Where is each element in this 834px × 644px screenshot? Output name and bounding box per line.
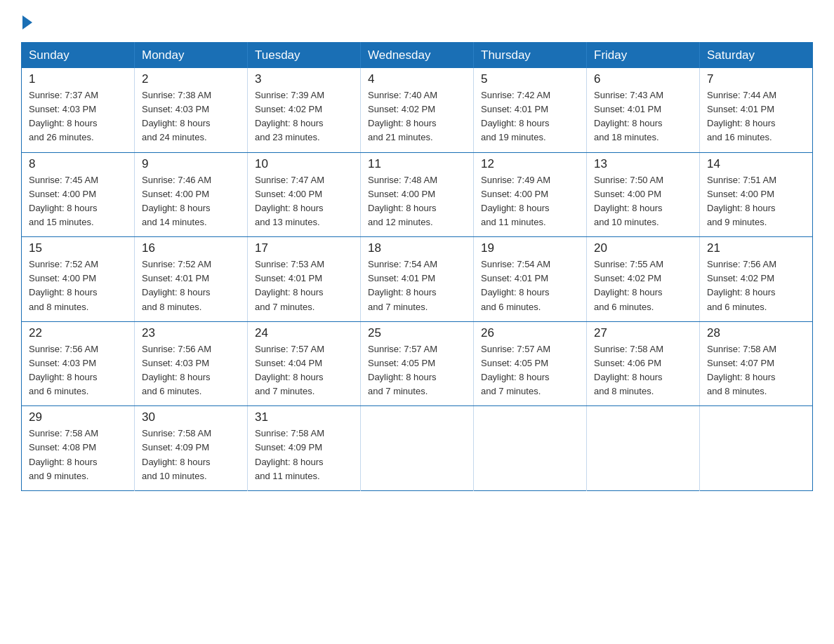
calendar-cell: 18 Sunrise: 7:54 AMSunset: 4:01 PMDaylig… bbox=[361, 237, 474, 322]
calendar-cell: 30 Sunrise: 7:58 AMSunset: 4:09 PMDaylig… bbox=[135, 406, 248, 491]
day-number: 31 bbox=[255, 410, 353, 424]
calendar-cell: 21 Sunrise: 7:56 AMSunset: 4:02 PMDaylig… bbox=[700, 237, 813, 322]
day-number: 11 bbox=[368, 157, 466, 171]
calendar-cell: 2 Sunrise: 7:38 AMSunset: 4:03 PMDayligh… bbox=[135, 68, 248, 152]
calendar-cell: 25 Sunrise: 7:57 AMSunset: 4:05 PMDaylig… bbox=[361, 321, 474, 406]
day-number: 15 bbox=[29, 241, 127, 255]
day-info: Sunrise: 7:58 AMSunset: 4:07 PMDaylight:… bbox=[707, 344, 776, 396]
calendar-cell: 23 Sunrise: 7:56 AMSunset: 4:03 PMDaylig… bbox=[135, 321, 248, 406]
calendar-cell: 9 Sunrise: 7:46 AMSunset: 4:00 PMDayligh… bbox=[135, 152, 248, 237]
calendar-cell: 24 Sunrise: 7:57 AMSunset: 4:04 PMDaylig… bbox=[248, 321, 361, 406]
weekday-header-thursday: Thursday bbox=[474, 43, 587, 69]
day-info: Sunrise: 7:43 AMSunset: 4:01 PMDaylight:… bbox=[594, 90, 663, 142]
day-info: Sunrise: 7:55 AMSunset: 4:02 PMDaylight:… bbox=[594, 259, 663, 311]
calendar-cell: 31 Sunrise: 7:58 AMSunset: 4:09 PMDaylig… bbox=[248, 406, 361, 491]
logo-arrow-icon bbox=[22, 15, 32, 29]
calendar-week-row: 8 Sunrise: 7:45 AMSunset: 4:00 PMDayligh… bbox=[22, 152, 813, 237]
day-number: 24 bbox=[255, 326, 353, 340]
day-number: 4 bbox=[368, 72, 466, 86]
calendar-cell: 28 Sunrise: 7:58 AMSunset: 4:07 PMDaylig… bbox=[700, 321, 813, 406]
calendar-cell: 19 Sunrise: 7:54 AMSunset: 4:01 PMDaylig… bbox=[474, 237, 587, 322]
day-info: Sunrise: 7:57 AMSunset: 4:04 PMDaylight:… bbox=[255, 344, 324, 396]
day-info: Sunrise: 7:52 AMSunset: 4:01 PMDaylight:… bbox=[142, 259, 211, 311]
day-number: 9 bbox=[142, 157, 240, 171]
day-number: 5 bbox=[481, 72, 579, 86]
calendar-cell: 20 Sunrise: 7:55 AMSunset: 4:02 PMDaylig… bbox=[587, 237, 700, 322]
calendar-cell: 14 Sunrise: 7:51 AMSunset: 4:00 PMDaylig… bbox=[700, 152, 813, 237]
weekday-header-row: SundayMondayTuesdayWednesdayThursdayFrid… bbox=[22, 43, 813, 69]
calendar-cell: 4 Sunrise: 7:40 AMSunset: 4:02 PMDayligh… bbox=[361, 68, 474, 152]
day-number: 16 bbox=[142, 241, 240, 255]
day-number: 18 bbox=[368, 241, 466, 255]
weekday-header-monday: Monday bbox=[135, 43, 248, 69]
day-info: Sunrise: 7:58 AMSunset: 4:09 PMDaylight:… bbox=[142, 428, 211, 481]
weekday-header-wednesday: Wednesday bbox=[361, 43, 474, 69]
calendar-cell: 11 Sunrise: 7:48 AMSunset: 4:00 PMDaylig… bbox=[361, 152, 474, 237]
day-number: 26 bbox=[481, 326, 579, 340]
calendar-cell: 15 Sunrise: 7:52 AMSunset: 4:00 PMDaylig… bbox=[22, 237, 135, 322]
day-info: Sunrise: 7:58 AMSunset: 4:08 PMDaylight:… bbox=[29, 428, 98, 481]
day-number: 28 bbox=[707, 326, 805, 340]
day-info: Sunrise: 7:56 AMSunset: 4:03 PMDaylight:… bbox=[29, 344, 98, 396]
day-info: Sunrise: 7:57 AMSunset: 4:05 PMDaylight:… bbox=[368, 344, 437, 396]
calendar-cell: 6 Sunrise: 7:43 AMSunset: 4:01 PMDayligh… bbox=[587, 68, 700, 152]
day-number: 22 bbox=[29, 326, 127, 340]
day-number: 3 bbox=[255, 72, 353, 86]
calendar-cell: 29 Sunrise: 7:58 AMSunset: 4:08 PMDaylig… bbox=[22, 406, 135, 491]
calendar-cell: 13 Sunrise: 7:50 AMSunset: 4:00 PMDaylig… bbox=[587, 152, 700, 237]
page-header bbox=[21, 14, 813, 29]
calendar-body: 1 Sunrise: 7:37 AMSunset: 4:03 PMDayligh… bbox=[22, 68, 813, 490]
calendar-cell: 17 Sunrise: 7:53 AMSunset: 4:01 PMDaylig… bbox=[248, 237, 361, 322]
calendar-cell: 27 Sunrise: 7:58 AMSunset: 4:06 PMDaylig… bbox=[587, 321, 700, 406]
day-info: Sunrise: 7:45 AMSunset: 4:00 PMDaylight:… bbox=[29, 175, 98, 227]
day-number: 13 bbox=[594, 157, 692, 171]
day-number: 23 bbox=[142, 326, 240, 340]
day-info: Sunrise: 7:56 AMSunset: 4:02 PMDaylight:… bbox=[707, 259, 776, 311]
calendar-cell bbox=[361, 406, 474, 491]
calendar-cell: 7 Sunrise: 7:44 AMSunset: 4:01 PMDayligh… bbox=[700, 68, 813, 152]
day-info: Sunrise: 7:49 AMSunset: 4:00 PMDaylight:… bbox=[481, 175, 550, 227]
day-number: 2 bbox=[142, 72, 240, 86]
day-info: Sunrise: 7:44 AMSunset: 4:01 PMDaylight:… bbox=[707, 90, 776, 142]
day-number: 14 bbox=[707, 157, 805, 171]
weekday-header-tuesday: Tuesday bbox=[248, 43, 361, 69]
day-info: Sunrise: 7:54 AMSunset: 4:01 PMDaylight:… bbox=[368, 259, 437, 311]
calendar-cell bbox=[587, 406, 700, 491]
day-number: 1 bbox=[29, 72, 127, 86]
calendar-week-row: 1 Sunrise: 7:37 AMSunset: 4:03 PMDayligh… bbox=[22, 68, 813, 152]
logo bbox=[21, 14, 32, 29]
calendar-cell bbox=[474, 406, 587, 491]
calendar-cell: 22 Sunrise: 7:56 AMSunset: 4:03 PMDaylig… bbox=[22, 321, 135, 406]
day-info: Sunrise: 7:52 AMSunset: 4:00 PMDaylight:… bbox=[29, 259, 98, 311]
day-number: 17 bbox=[255, 241, 353, 255]
day-number: 12 bbox=[481, 157, 579, 171]
day-info: Sunrise: 7:46 AMSunset: 4:00 PMDaylight:… bbox=[142, 175, 211, 227]
day-info: Sunrise: 7:50 AMSunset: 4:00 PMDaylight:… bbox=[594, 175, 663, 227]
day-number: 29 bbox=[29, 410, 127, 424]
day-info: Sunrise: 7:48 AMSunset: 4:00 PMDaylight:… bbox=[368, 175, 437, 227]
calendar-cell: 10 Sunrise: 7:47 AMSunset: 4:00 PMDaylig… bbox=[248, 152, 361, 237]
calendar-cell: 12 Sunrise: 7:49 AMSunset: 4:00 PMDaylig… bbox=[474, 152, 587, 237]
calendar-week-row: 29 Sunrise: 7:58 AMSunset: 4:08 PMDaylig… bbox=[22, 406, 813, 491]
calendar-week-row: 22 Sunrise: 7:56 AMSunset: 4:03 PMDaylig… bbox=[22, 321, 813, 406]
calendar-cell: 16 Sunrise: 7:52 AMSunset: 4:01 PMDaylig… bbox=[135, 237, 248, 322]
day-info: Sunrise: 7:54 AMSunset: 4:01 PMDaylight:… bbox=[481, 259, 550, 311]
calendar-table: SundayMondayTuesdayWednesdayThursdayFrid… bbox=[21, 42, 813, 491]
weekday-header-friday: Friday bbox=[587, 43, 700, 69]
weekday-header-saturday: Saturday bbox=[700, 43, 813, 69]
day-info: Sunrise: 7:42 AMSunset: 4:01 PMDaylight:… bbox=[481, 90, 550, 142]
day-number: 27 bbox=[594, 326, 692, 340]
day-info: Sunrise: 7:56 AMSunset: 4:03 PMDaylight:… bbox=[142, 344, 211, 396]
day-number: 10 bbox=[255, 157, 353, 171]
day-number: 6 bbox=[594, 72, 692, 86]
calendar-cell bbox=[700, 406, 813, 491]
day-info: Sunrise: 7:58 AMSunset: 4:06 PMDaylight:… bbox=[594, 344, 663, 396]
day-info: Sunrise: 7:53 AMSunset: 4:01 PMDaylight:… bbox=[255, 259, 324, 311]
day-info: Sunrise: 7:40 AMSunset: 4:02 PMDaylight:… bbox=[368, 90, 437, 142]
calendar-cell: 8 Sunrise: 7:45 AMSunset: 4:00 PMDayligh… bbox=[22, 152, 135, 237]
day-number: 21 bbox=[707, 241, 805, 255]
day-number: 20 bbox=[594, 241, 692, 255]
calendar-cell: 26 Sunrise: 7:57 AMSunset: 4:05 PMDaylig… bbox=[474, 321, 587, 406]
day-number: 8 bbox=[29, 157, 127, 171]
calendar-cell: 3 Sunrise: 7:39 AMSunset: 4:02 PMDayligh… bbox=[248, 68, 361, 152]
